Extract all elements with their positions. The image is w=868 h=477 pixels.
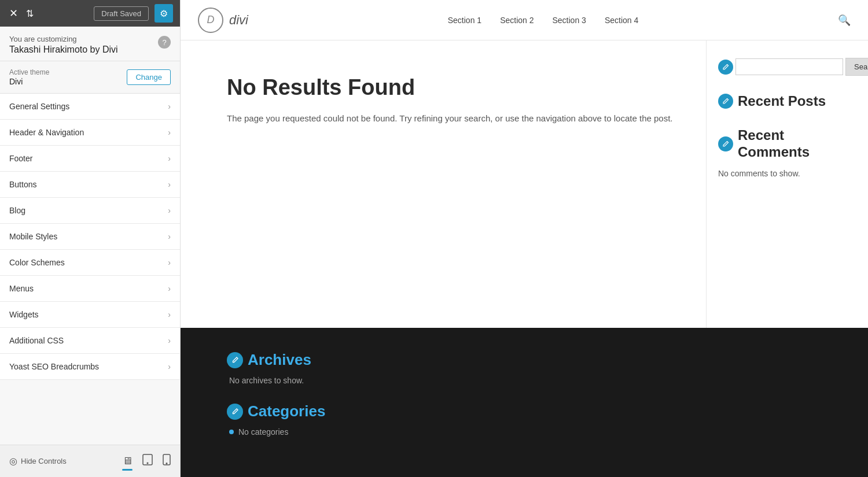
no-results-desc: The page you requested could not be foun… [227,112,677,125]
nav-item-general-settings[interactable]: General Settings› [0,94,180,120]
main-left: No Results Found The page you requested … [181,40,706,328]
change-theme-button[interactable]: Change [127,69,171,85]
recent-comments-content: No comments to show. [718,167,851,180]
recent-posts-widget: Recent Posts [718,93,851,110]
customizer-panel: ✕ ⇅ Draft Saved ⚙ You are customizing Ta… [0,0,181,477]
archives-edit-icon[interactable] [227,352,243,368]
search-icon[interactable]: 🔍 [838,14,851,27]
sidebar: Search Recent Posts [706,40,868,328]
nav-item-buttons[interactable]: Buttons› [0,172,180,198]
chevron-icon: › [168,284,171,293]
nav-item-label: Color Schemes [9,258,65,267]
categories-edit-icon[interactable] [227,404,243,420]
nav-link-section-3[interactable]: Section 3 [553,16,586,25]
chevron-icon: › [168,310,171,319]
search-widget-edit-icon[interactable] [718,60,733,75]
nav-item-label: Menus [9,284,34,293]
nav-item-label: Widgets [9,310,39,319]
categories-title: Categories [227,402,822,420]
bottom-bar: ◎ Hide Controls 🖥 [0,445,180,477]
nav-item-footer[interactable]: Footer› [0,146,180,172]
category-item: No categories [229,427,822,437]
category-label: No categories [238,427,288,437]
chevron-icon: › [168,154,171,163]
mobile-button[interactable] [163,454,171,468]
nav-link-section-4[interactable]: Section 4 [605,16,638,25]
site-name: Takashi Hirakimoto by Divi [9,45,118,55]
nav-item-mobile-styles[interactable]: Mobile Styles› [0,224,180,250]
help-icon[interactable]: ? [158,36,171,49]
chevron-icon: › [168,206,171,215]
preview-area: D divi Section 1Section 2Section 3Sectio… [181,0,868,477]
categories-content: No categories [227,427,822,437]
chevron-icon: › [168,102,171,111]
nav-item-additional-css[interactable]: Additional CSS› [0,328,180,354]
active-theme-label: Active theme [9,68,49,76]
hide-controls-button[interactable]: ◎ Hide Controls [9,456,67,467]
draft-saved-label: Draft Saved [94,6,149,21]
tablet-button[interactable] [142,454,153,468]
cat-dot [229,430,234,434]
preview-content: No Results Found The page you requested … [181,40,868,477]
nav-item-label: General Settings [9,102,69,111]
archives-label: Archives [248,351,311,369]
nav-item-widgets[interactable]: Widgets› [0,302,180,328]
logo-circle: D [198,8,223,33]
chevron-icon: › [168,258,171,267]
chevron-icon: › [168,336,171,345]
eye-icon: ◎ [9,456,17,467]
svg-point-1 [147,463,148,464]
sort-button[interactable]: ⇅ [26,8,34,19]
recent-comments-title: Recent Comments [738,127,851,161]
nav-item-yoast-seo-breadcrumbs[interactable]: Yoast SEO Breadcrumbs› [0,354,180,380]
chevron-icon: › [168,180,171,189]
logo-text: divi [229,13,248,28]
active-theme-section: Active theme Divi Change [0,61,180,94]
recent-comments-edit-icon[interactable] [718,136,733,151]
main-content-area: No Results Found The page you requested … [181,40,868,328]
nav-menu: General Settings›Header & Navigation›Foo… [0,94,180,445]
chevron-icon: › [168,362,171,371]
nav-item-blog[interactable]: Blog› [0,198,180,224]
theme-name: Divi [9,77,49,86]
close-button[interactable]: ✕ [7,7,20,20]
recent-comments-widget: Recent Comments No comments to show. [718,127,851,180]
device-icons: 🖥 [122,454,171,468]
hide-controls-label: Hide Controls [21,457,67,465]
search-input[interactable] [735,58,843,75]
nav-item-label: Header & Navigation [9,128,84,137]
nav-item-label: Footer [9,154,32,163]
search-widget: Search [718,58,851,76]
nav-item-label: Additional CSS [9,336,64,345]
svg-point-3 [166,463,167,464]
customizing-label: You are customizing [9,35,118,43]
nav-item-label: Blog [9,206,25,215]
archives-content: No archives to show. [227,376,822,385]
desktop-button[interactable]: 🖥 [122,454,133,468]
nav-item-label: Yoast SEO Breadcrumbs [9,362,99,371]
archives-title: Archives [227,351,822,369]
recent-comments-header: Recent Comments [718,127,851,161]
preview-header: D divi Section 1Section 2Section 3Sectio… [181,0,868,40]
top-bar: ✕ ⇅ Draft Saved ⚙ [0,0,180,27]
categories-label: Categories [248,402,325,420]
nav-link-section-2[interactable]: Section 2 [500,16,534,25]
chevron-icon: › [168,232,171,241]
chevron-icon: › [168,128,171,137]
nav-links: Section 1Section 2Section 3Section 4 [448,16,639,25]
nav-link-section-1[interactable]: Section 1 [448,16,481,25]
logo-area: D divi [198,8,248,33]
no-results-title: No Results Found [227,75,677,100]
nav-item-menus[interactable]: Menus› [0,276,180,302]
nav-item-label: Buttons [9,180,36,189]
preview-footer: Archives No archives to show. Categories… [181,328,868,477]
gear-button[interactable]: ⚙ [155,4,173,23]
search-button[interactable]: Search [845,58,868,76]
customizing-section: You are customizing Takashi Hirakimoto b… [0,27,180,61]
nav-item-header-&-navigation[interactable]: Header & Navigation› [0,120,180,146]
recent-posts-title: Recent Posts [738,93,826,110]
nav-item-color-schemes[interactable]: Color Schemes› [0,250,180,276]
nav-item-label: Mobile Styles [9,232,57,241]
recent-posts-header: Recent Posts [718,93,851,110]
recent-posts-edit-icon[interactable] [718,94,733,109]
